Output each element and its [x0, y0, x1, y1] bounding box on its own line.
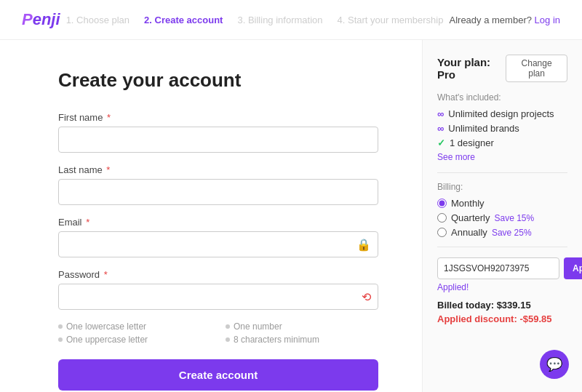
already-member-text: Already a member? — [450, 15, 532, 25]
billing-annually-radio[interactable] — [437, 228, 447, 237]
req-number-dot — [226, 324, 230, 329]
email-label: Email * — [58, 217, 378, 228]
quarterly-save-badge: Save 15% — [494, 213, 534, 223]
sidebar: Your plan: Pro Change plan What's includ… — [422, 40, 582, 392]
plan-header: Your plan: Pro Change plan — [437, 55, 567, 82]
included-text-0: Unlimited design projects — [448, 108, 554, 119]
logo: Penji — [22, 10, 60, 29]
coupon-input-row: Apply — [437, 257, 567, 279]
step-2: 2. Create account — [144, 15, 223, 25]
create-account-button[interactable]: Create account — [58, 359, 378, 391]
billed-today-row: Billed today: $339.15 — [437, 300, 567, 311]
last-name-required: * — [104, 164, 111, 175]
coupon-input[interactable] — [437, 257, 559, 279]
check-icon-2: ✓ — [437, 137, 445, 148]
whats-included-label: What's included: — [437, 92, 567, 103]
password-input-wrapper: ⟲ — [58, 284, 378, 310]
coupon-section: Apply Applied! — [437, 257, 567, 292]
step-1: 1. Choose plan — [66, 15, 129, 25]
req-min-chars: 8 characters minimum — [226, 335, 378, 345]
login-link[interactable]: Log in — [535, 15, 560, 25]
applied-discount-row: Applied discount: -$59.85 — [437, 313, 567, 324]
req-uppercase-label: One uppercase letter — [66, 335, 148, 345]
included-item-0: ∞ Unlimited design projects — [437, 108, 567, 119]
req-min-chars-dot — [226, 337, 230, 342]
included-item-2: ✓ 1 designer — [437, 137, 567, 148]
billing-monthly-label: Monthly — [451, 198, 485, 209]
chat-icon: 💬 — [546, 356, 562, 372]
req-lowercase-dot — [58, 324, 63, 329]
form-area: Create your account First name * Last na… — [0, 40, 422, 392]
req-uppercase-dot — [58, 337, 63, 342]
password-requirements: One lowercase letter One number One uppe… — [58, 321, 378, 345]
password-input[interactable] — [58, 284, 378, 310]
password-required: * — [101, 269, 108, 280]
applied-text: Applied! — [437, 282, 567, 292]
included-item-1: ∞ Unlimited brands — [437, 123, 567, 134]
email-required: * — [84, 217, 90, 228]
password-label: Password * — [58, 269, 378, 280]
req-number-label: One number — [234, 321, 282, 332]
annually-save-badge: Save 25% — [492, 228, 532, 238]
billing-label: Billing: — [437, 182, 567, 192]
infinity-icon-0: ∞ — [437, 108, 444, 119]
infinity-icon-1: ∞ — [437, 123, 444, 134]
billing-annually-label: Annually — [451, 227, 487, 238]
password-group: Password * ⟲ — [58, 269, 378, 310]
req-uppercase: One uppercase letter — [58, 335, 211, 345]
change-plan-button[interactable]: Change plan — [506, 55, 567, 82]
chat-button[interactable]: 💬 — [540, 350, 569, 379]
apply-button[interactable]: Apply — [564, 257, 582, 279]
email-group: Email * 🔒 — [58, 217, 378, 257]
included-text-2: 1 designer — [450, 137, 494, 148]
divider-1 — [437, 172, 567, 173]
billing-quarterly[interactable]: Quarterly Save 15% — [437, 212, 567, 223]
req-lowercase: One lowercase letter — [58, 321, 211, 332]
billed-today-label: Billed today: — [437, 300, 494, 311]
see-more-link[interactable]: See more — [437, 152, 567, 162]
header: Penji 1. Choose plan 2. Create account 3… — [0, 0, 582, 40]
billing-options: Monthly Quarterly Save 15% Annually Save… — [437, 198, 567, 238]
req-lowercase-label: One lowercase letter — [66, 321, 146, 332]
plan-title: Your plan: Pro — [437, 56, 506, 81]
included-text-1: Unlimited brands — [448, 123, 519, 134]
req-min-chars-label: 8 characters minimum — [234, 335, 319, 345]
plan-label: Your plan: — [437, 56, 490, 68]
page-title: Create your account — [58, 69, 378, 92]
billing-quarterly-label: Quarterly — [451, 212, 490, 223]
last-name-group: Last name * — [58, 164, 378, 205]
applied-discount-value: -$59.85 — [519, 313, 551, 324]
main-layout: Create your account First name * Last na… — [0, 40, 582, 392]
email-icon: 🔒 — [356, 238, 371, 252]
header-right: Already a member? Log in — [450, 15, 561, 25]
first-name-group: First name * — [58, 112, 378, 153]
plan-name: Pro — [437, 68, 455, 81]
last-name-label: Last name * — [58, 164, 378, 175]
email-input[interactable] — [58, 231, 378, 257]
steps: 1. Choose plan 2. Create account 3. Bill… — [66, 15, 444, 25]
password-toggle-icon[interactable]: ⟲ — [362, 290, 371, 304]
billing-summary: Billed today: $339.15 Applied discount: … — [437, 300, 567, 324]
req-number: One number — [226, 321, 378, 332]
divider-2 — [437, 247, 567, 247]
step-3: 3. Billing information — [237, 15, 322, 25]
billing-annually[interactable]: Annually Save 25% — [437, 227, 567, 238]
first-name-required: * — [104, 112, 111, 123]
first-name-label: First name * — [58, 112, 378, 123]
step-4: 4. Start your membership — [338, 15, 444, 25]
billing-monthly[interactable]: Monthly — [437, 198, 567, 209]
email-input-wrapper: 🔒 — [58, 231, 378, 257]
applied-discount-label: Applied discount: — [437, 313, 517, 324]
billed-today-value: $339.15 — [497, 300, 531, 311]
billing-monthly-radio[interactable] — [437, 199, 447, 208]
billing-quarterly-radio[interactable] — [437, 213, 447, 223]
first-name-input[interactable] — [58, 127, 378, 153]
last-name-input[interactable] — [58, 179, 378, 205]
